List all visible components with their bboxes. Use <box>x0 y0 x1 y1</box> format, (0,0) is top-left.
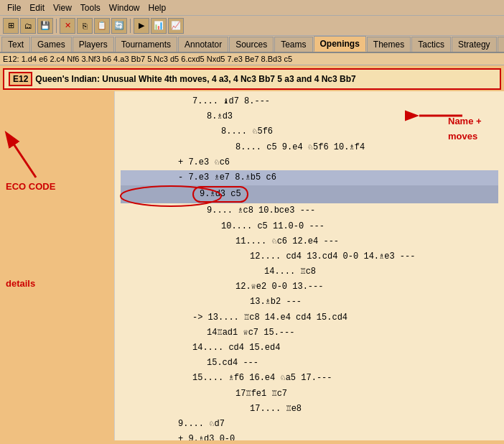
move-line[interactable]: + 9.♗d3 0-0 <box>121 432 498 440</box>
toolbar: ⊞ 🗂 💾 ✕ ⎘ 📋 🔄 ▶ 📊 📈 <box>0 16 504 36</box>
tab-strategy[interactable]: Strategy <box>452 37 497 52</box>
toolbar-sep-2 <box>130 19 131 33</box>
eco-code-annotation: ECO CODE <box>6 181 55 192</box>
toolbar-btn-10[interactable]: 📈 <box>168 18 184 34</box>
toolbar-btn-4[interactable]: ✕ <box>60 18 75 34</box>
breadcrumb: E12: 1.d4 e6 2.c4 Nf6 3.Nf3 b6 4.a3 Bb7 … <box>0 53 504 65</box>
move-line-highlighted[interactable]: - 7.e3 ♗e7 8.♗b5 c6 <box>121 170 498 185</box>
main-content: ECO CODE details Name + moves 7.... ♝d7 <box>0 91 504 440</box>
menu-view[interactable]: View <box>49 1 76 14</box>
eco-description: Queen's Indian: Unusual White 4th moves,… <box>35 74 355 84</box>
tab-openings[interactable]: Openings <box>314 36 366 52</box>
move-line[interactable]: 17.... ♖e8 <box>121 402 498 417</box>
tab-annotator[interactable]: Annotator <box>178 37 228 52</box>
move-line[interactable]: 9.... ♘d7 <box>121 417 498 432</box>
move-line[interactable]: 8.♗d3 <box>121 109 498 124</box>
tab-tactics[interactable]: Tactics <box>411 37 451 52</box>
move-line[interactable]: + 7.e3 ♘c6 <box>121 155 498 170</box>
toolbar-btn-5[interactable]: ⎘ <box>77 18 93 34</box>
toolbar-sep-1 <box>56 19 57 33</box>
oval-highlight: 9.♗d3 c5 <box>192 186 248 203</box>
tab-teams[interactable]: Teams <box>274 37 312 52</box>
move-line[interactable]: 15.cd4 --- <box>121 356 498 371</box>
left-panel: ECO CODE details <box>0 91 115 440</box>
move-line[interactable]: 7.... ♝d7 8.--- <box>121 94 498 109</box>
move-line[interactable]: 14.... ♖c8 <box>121 264 498 279</box>
menu-edit[interactable]: Edit <box>25 1 49 14</box>
tab-sources[interactable]: Sources <box>229 37 274 52</box>
toolbar-btn-8[interactable]: ▶ <box>134 18 149 34</box>
move-line[interactable]: 8.... ♘5f6 <box>121 124 498 139</box>
move-line[interactable]: 12.... cd4 13.cd4 0-0 14.♗e3 --- <box>121 249 498 264</box>
tab-games[interactable]: Games <box>31 37 72 52</box>
menu-window[interactable]: Window <box>105 1 144 14</box>
toolbar-btn-2[interactable]: 🗂 <box>20 18 36 34</box>
move-line[interactable]: 13.♗b2 --- <box>121 295 498 310</box>
toolbar-btn-3[interactable]: 💾 <box>37 18 53 34</box>
move-line[interactable]: 15.... ♗f6 16.e4 ♘a5 17.--- <box>121 371 498 386</box>
tab-endgames[interactable]: Endgames <box>498 37 504 52</box>
move-line-selected[interactable]: 9.♗d3 c5 <box>121 185 498 203</box>
toolbar-btn-1[interactable]: ⊞ <box>3 18 19 34</box>
tab-themes[interactable]: Themes <box>367 37 411 52</box>
eco-header: E12Queen's Indian: Unusual White 4th mov… <box>3 68 501 90</box>
tabbar: Text Games Players Tournaments Annotator… <box>0 36 504 53</box>
tab-text[interactable]: Text <box>1 37 30 52</box>
move-line[interactable]: 10.... c5 11.0-0 --- <box>121 219 498 234</box>
menu-file[interactable]: File <box>3 1 25 14</box>
svg-line-0 <box>7 134 36 177</box>
toolbar-btn-6[interactable]: 📋 <box>94 18 110 34</box>
tab-tournaments[interactable]: Tournaments <box>115 37 177 52</box>
move-line[interactable]: 11.... ♘c6 12.e4 --- <box>121 234 498 249</box>
toolbar-btn-9[interactable]: 📊 <box>151 18 167 34</box>
moves-panel[interactable]: Name + moves 7.... ♝d7 8.--- 8.♗d3 8....… <box>115 91 504 440</box>
menubar: File Edit View Tools Window Help <box>0 0 504 16</box>
move-line[interactable]: -> 13.... ♖c8 14.e4 cd4 15.cd4 <box>121 310 498 325</box>
move-line[interactable]: 9.... ♗c8 10.bce3 --- <box>121 203 498 218</box>
toolbar-btn-7[interactable]: 🔄 <box>111 18 127 34</box>
annotation-svg <box>0 91 115 440</box>
move-line[interactable]: 14.... cd4 15.ed4 <box>121 341 498 356</box>
move-line[interactable]: 17♖fe1 ♖c7 <box>121 387 498 402</box>
move-line[interactable]: 8.... c5 9.e4 ♘5f6 10.♗f4 <box>121 140 498 155</box>
menu-help[interactable]: Help <box>144 1 171 14</box>
move-line[interactable]: 12.♕e2 0-0 13.--- <box>121 279 498 295</box>
eco-code: E12 <box>9 72 32 86</box>
details-annotation: details <box>6 278 35 289</box>
menu-tools[interactable]: Tools <box>76 1 105 14</box>
move-line[interactable]: 14♖ad1 ♕c7 15.--- <box>121 325 498 341</box>
tab-players[interactable]: Players <box>73 37 114 52</box>
